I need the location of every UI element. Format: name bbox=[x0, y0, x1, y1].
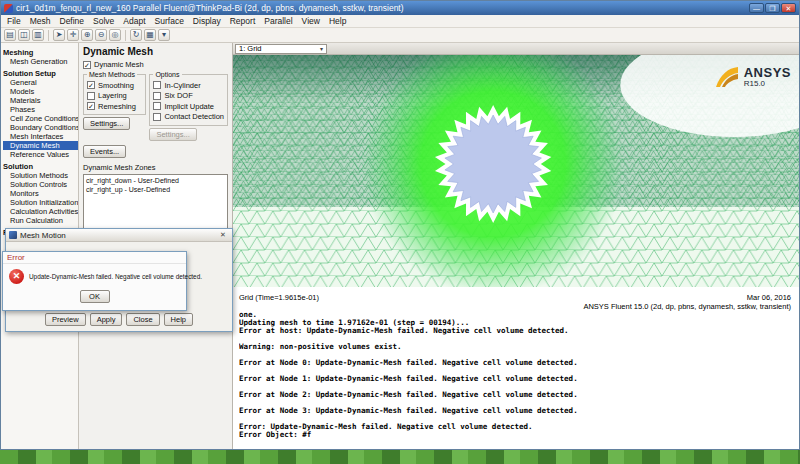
checkbox-icon bbox=[153, 113, 161, 121]
grid-time-caption: Grid (Time=1.9615e-01) bbox=[239, 293, 319, 302]
mesh-viewport[interactable] bbox=[233, 55, 799, 287]
six-dof-checkbox[interactable]: Six DOF bbox=[153, 91, 224, 100]
close-button[interactable]: ✕ bbox=[781, 3, 796, 13]
fluent-app-icon bbox=[4, 4, 13, 13]
contact-detection-label: Contact Detection bbox=[164, 112, 224, 121]
view-selector[interactable]: 1: Grid ▾ bbox=[235, 44, 327, 54]
checkbox-icon bbox=[87, 92, 95, 100]
tree-item-mesh-interfaces[interactable]: Mesh Interfaces bbox=[3, 132, 78, 141]
close-icon[interactable]: ✕ bbox=[217, 231, 229, 239]
tree-item-solution-initialization[interactable]: Solution Initialization bbox=[3, 198, 78, 207]
console-output[interactable]: one. Updating mesh to time 1.97162e-01 (… bbox=[239, 311, 797, 449]
dynamic-mesh-zones-label: Dynamic Mesh Zones bbox=[83, 163, 228, 172]
minimize-button[interactable]: — bbox=[749, 3, 764, 13]
rotate-view-icon[interactable]: ↻ bbox=[130, 29, 142, 41]
menu-define[interactable]: Define bbox=[56, 15, 89, 27]
ansys-logo: ANSYS R15.0 bbox=[714, 65, 791, 89]
tree-item-materials[interactable]: Materials bbox=[3, 96, 78, 105]
menu-report[interactable]: Report bbox=[226, 15, 260, 27]
help-button[interactable]: Help bbox=[164, 313, 193, 326]
checkbox-icon bbox=[153, 102, 161, 110]
print-icon[interactable]: ▥ bbox=[32, 29, 44, 41]
remeshing-label: Remeshing bbox=[98, 102, 136, 111]
checkbox-icon bbox=[153, 92, 161, 100]
dynamic-mesh-checkbox[interactable]: ✓ Dynamic Mesh bbox=[83, 60, 228, 69]
contact-detection-checkbox[interactable]: Contact Detection bbox=[153, 112, 224, 121]
menu-mesh[interactable]: Mesh bbox=[26, 15, 55, 27]
zone-list-item[interactable]: cir_right_down - User-Defined bbox=[85, 176, 226, 185]
menu-view[interactable]: View bbox=[298, 15, 324, 27]
ansys-swoosh-icon bbox=[714, 65, 740, 89]
apply-button[interactable]: Apply bbox=[90, 313, 123, 326]
select-pointer-icon[interactable]: ➤ bbox=[53, 29, 65, 41]
tree-item-mesh-generation[interactable]: Mesh Generation bbox=[3, 57, 78, 66]
checkbox-icon: ✓ bbox=[87, 81, 95, 89]
maximize-button[interactable]: ❐ bbox=[765, 3, 780, 13]
menu-help[interactable]: Help bbox=[325, 15, 350, 27]
tree-item-solution-controls[interactable]: Solution Controls bbox=[3, 180, 78, 189]
error-dialog-body: ✕ Update-Dynamic-Mesh failed. Negative c… bbox=[3, 264, 186, 284]
close-dialog-button[interactable]: Close bbox=[126, 313, 159, 326]
mesh-motion-titlebar[interactable]: Mesh Motion ✕ bbox=[6, 229, 232, 242]
mesh-methods-group: Mesh Methods ✓ Smoothing Layering ✓ bbox=[83, 71, 146, 115]
tree-item-general[interactable]: General bbox=[3, 78, 78, 87]
mesh-motion-buttons: Preview Apply Close Help bbox=[6, 313, 232, 326]
menu-solve[interactable]: Solve bbox=[89, 15, 118, 27]
display-grid-icon[interactable]: ▦ bbox=[144, 29, 156, 41]
menu-display[interactable]: Display bbox=[189, 15, 225, 27]
tree-item-monitors[interactable]: Monitors bbox=[3, 189, 78, 198]
titlebar[interactable]: cir1_0d1m_fenqu_rl_new_160 Parallel Flue… bbox=[1, 1, 799, 15]
error-message: Update-Dynamic-Mesh failed. Negative cel… bbox=[29, 273, 202, 280]
options-settings-button: Settings... bbox=[149, 128, 196, 141]
view-selector-value: 1: Grid bbox=[239, 44, 262, 53]
toolbar-separator bbox=[125, 30, 126, 41]
ansys-release-text: R15.0 bbox=[744, 79, 791, 88]
mesh-methods-settings-button[interactable]: Settings... bbox=[83, 117, 130, 130]
error-dialog-actions: OK bbox=[3, 290, 186, 303]
graphics-panel: 1: Grid ▾ bbox=[233, 43, 799, 449]
tree-item-models[interactable]: Models bbox=[3, 87, 78, 96]
tree-item-dynamic-mesh[interactable]: Dynamic Mesh bbox=[3, 141, 78, 150]
fit-to-window-icon[interactable]: ◎ bbox=[109, 29, 121, 41]
ansys-brand-text: ANSYS bbox=[744, 67, 791, 79]
smoothing-checkbox[interactable]: ✓ Smoothing bbox=[87, 81, 142, 90]
zoom-in-icon[interactable]: ⊕ bbox=[81, 29, 93, 41]
tree-item-reference-values[interactable]: Reference Values bbox=[3, 150, 78, 159]
method-option-groups: Mesh Methods ✓ Smoothing Layering ✓ bbox=[83, 71, 228, 141]
menu-file[interactable]: File bbox=[3, 15, 25, 27]
zone-list-item[interactable]: cir_right_up - User-Defined bbox=[85, 185, 226, 194]
tree-item-calculation-activities[interactable]: Calculation Activities bbox=[3, 207, 78, 216]
open-file-icon[interactable]: ▤ bbox=[4, 29, 16, 41]
save-icon[interactable]: ◫ bbox=[18, 29, 30, 41]
tree-item-run-calculation[interactable]: Run Calculation bbox=[3, 216, 78, 225]
graphics-window-bar: 1: Grid ▾ bbox=[233, 43, 799, 55]
in-cylinder-checkbox[interactable]: In-Cylinder bbox=[153, 81, 224, 90]
implicit-update-checkbox[interactable]: Implicit Update bbox=[153, 102, 224, 111]
preview-button[interactable]: Preview bbox=[45, 313, 86, 326]
menu-surface[interactable]: Surface bbox=[151, 15, 188, 27]
events-button[interactable]: Events... bbox=[83, 145, 126, 158]
window-controls: — ❐ ✕ bbox=[749, 3, 796, 13]
error-dialog: Error ✕ Update-Dynamic-Mesh failed. Nega… bbox=[2, 251, 187, 311]
tree-item-boundary-conditions[interactable]: Boundary Conditions bbox=[3, 123, 78, 132]
remeshing-checkbox[interactable]: ✓ Remeshing bbox=[87, 102, 142, 111]
ok-button[interactable]: OK bbox=[80, 290, 110, 303]
views-dropdown-icon[interactable]: ▾ bbox=[158, 29, 170, 41]
app-version-caption: ANSYS Fluent 15.0 (2d, dp, pbns, dynames… bbox=[583, 302, 791, 311]
six-dof-label: Six DOF bbox=[164, 91, 192, 100]
tree-item-solution-methods[interactable]: Solution Methods bbox=[3, 171, 78, 180]
error-dialog-title: Error bbox=[3, 252, 186, 264]
dialog-icon bbox=[9, 231, 17, 239]
error-icon: ✕ bbox=[9, 269, 24, 284]
menu-adapt[interactable]: Adapt bbox=[119, 15, 149, 27]
date-caption: Mar 06, 2016 bbox=[583, 293, 791, 302]
zoom-out-icon[interactable]: ⊖ bbox=[95, 29, 107, 41]
menu-parallel[interactable]: Parallel bbox=[260, 15, 296, 27]
tree-section-solution: Solution bbox=[3, 162, 78, 171]
task-page-title: Dynamic Mesh bbox=[83, 46, 228, 57]
tree-item-cell-zone-conditions[interactable]: Cell Zone Conditions bbox=[3, 114, 78, 123]
pan-icon[interactable]: ✛ bbox=[67, 29, 79, 41]
layering-checkbox[interactable]: Layering bbox=[87, 91, 142, 100]
fluent-window: cir1_0d1m_fenqu_rl_new_160 Parallel Flue… bbox=[0, 0, 800, 450]
tree-item-phases[interactable]: Phases bbox=[3, 105, 78, 114]
